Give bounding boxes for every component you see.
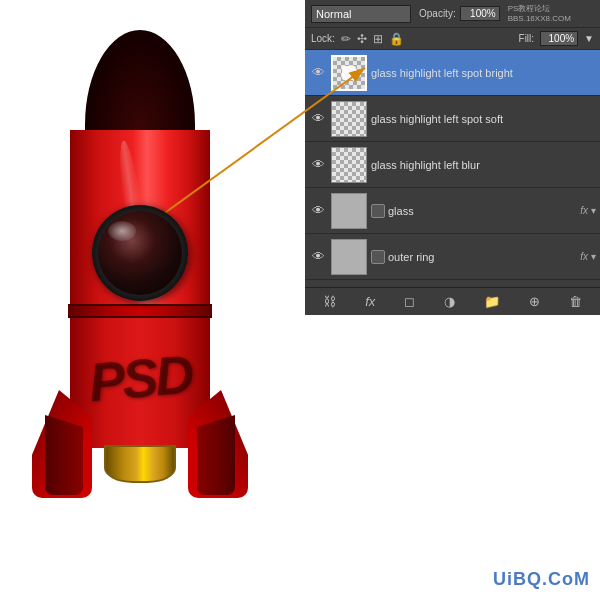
blend-opacity-row: Normal Opacity: PS教程论坛BBS.16XX8.COM <box>305 0 600 28</box>
lock-move-icon[interactable]: ✣ <box>357 32 367 46</box>
layer-name: glass <box>388 205 575 217</box>
lock-label: Lock: <box>311 33 335 44</box>
eye-icon[interactable]: 👁 <box>309 202 327 220</box>
eye-icon[interactable]: 👁 <box>309 248 327 266</box>
lock-pencil-icon[interactable]: ✏ <box>341 32 351 46</box>
layer-thumbnail <box>331 55 367 91</box>
eye-icon[interactable]: 👁 <box>309 156 327 174</box>
eye-icon[interactable]: 👁 <box>309 64 327 82</box>
delete-layer-button[interactable]: 🗑 <box>565 292 586 311</box>
eye-icon[interactable]: 👁 <box>309 110 327 128</box>
layer-expand-icon[interactable]: ▾ <box>591 205 596 216</box>
new-layer-button[interactable]: ⊕ <box>525 292 544 311</box>
canvas-area: PSD <box>0 0 310 560</box>
layer-row[interactable]: 👁 glass fx ▾ <box>305 188 600 234</box>
adjustment-button[interactable]: ◑ <box>440 292 459 311</box>
layer-row[interactable]: 👁 glass highlight left spot soft <box>305 96 600 142</box>
layer-mask-thumb <box>371 250 385 264</box>
porthole-outer-ring <box>92 205 188 301</box>
layer-thumbnail <box>331 147 367 183</box>
fill-input[interactable] <box>540 31 578 46</box>
porthole-glass <box>98 211 182 295</box>
fx-badge: fx <box>580 251 588 262</box>
layer-row[interactable]: 👁 outer ring fx ▾ <box>305 234 600 280</box>
watermark-top: PS教程论坛BBS.16XX8.COM <box>508 4 571 23</box>
fill-percent: ▼ <box>584 33 594 44</box>
panel-toolbar: ⛓ fx ◻ ◑ 📁 ⊕ 🗑 <box>305 287 600 315</box>
layers-list: 👁 glass highlight left spot bright 👁 gla… <box>305 50 600 280</box>
mask-button[interactable]: ◻ <box>400 292 419 311</box>
layer-name: glass highlight left spot bright <box>371 67 596 79</box>
fx-badge: fx <box>580 205 588 216</box>
lock-padlock-icon[interactable]: 🔒 <box>389 32 404 46</box>
layer-name: outer ring <box>388 251 575 263</box>
layer-name: glass highlight left blur <box>371 159 596 171</box>
opacity-label: Opacity: <box>419 8 456 19</box>
fin-back-left <box>45 415 83 495</box>
fill-label: Fill: <box>519 33 535 44</box>
lock-fill-row: Lock: ✏ ✣ ⊞ 🔒 Fill: ▼ <box>305 28 600 50</box>
layer-name: glass highlight left spot soft <box>371 113 596 125</box>
rocket-belt <box>68 304 212 318</box>
fx-button[interactable]: fx <box>361 292 379 311</box>
fin-back-right <box>197 415 235 495</box>
layer-thumbnail <box>331 239 367 275</box>
layer-row[interactable]: 👁 glass highlight left spot bright <box>305 50 600 96</box>
blend-mode-select[interactable]: Normal <box>311 5 411 23</box>
layer-thumbnail <box>331 101 367 137</box>
ps-panel: Normal Opacity: PS教程论坛BBS.16XX8.COM Lock… <box>305 0 600 315</box>
lock-crop-icon[interactable]: ⊞ <box>373 32 383 46</box>
group-button[interactable]: 📁 <box>480 292 504 311</box>
link-layers-button[interactable]: ⛓ <box>319 292 340 311</box>
layer-mask-thumb <box>371 204 385 218</box>
layer-row[interactable]: 👁 glass highlight left blur <box>305 142 600 188</box>
rocket-nozzle <box>104 445 176 483</box>
psd-label: PSD <box>86 343 193 414</box>
layer-expand-icon[interactable]: ▾ <box>591 251 596 262</box>
rocket-illustration: PSD <box>20 30 260 550</box>
porthole-shine <box>108 221 136 241</box>
opacity-input[interactable] <box>460 6 500 21</box>
layer-thumbnail <box>331 193 367 229</box>
watermark-uibq: UiBQ.CoM <box>493 569 590 590</box>
